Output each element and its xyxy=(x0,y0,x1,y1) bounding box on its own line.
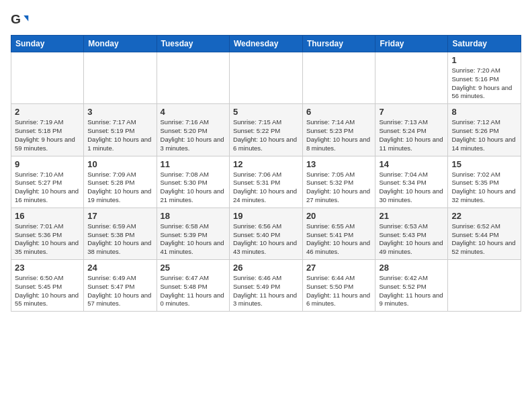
day-number: 4 xyxy=(161,107,226,117)
column-header-sunday: Sunday xyxy=(11,36,84,52)
calendar-cell: 13Sunrise: 7:05 AM Sunset: 5:32 PM Dayli… xyxy=(302,156,375,208)
week-row-2: 2Sunrise: 7:19 AM Sunset: 5:18 PM Daylig… xyxy=(11,104,521,156)
calendar-cell xyxy=(11,52,84,104)
day-number: 3 xyxy=(87,107,152,117)
day-number: 6 xyxy=(306,107,372,117)
day-number: 20 xyxy=(306,211,372,221)
day-number: 28 xyxy=(379,263,444,273)
day-info: Sunrise: 7:19 AM Sunset: 5:18 PM Dayligh… xyxy=(15,118,80,152)
day-number: 8 xyxy=(451,107,517,117)
day-info: Sunrise: 6:53 AM Sunset: 5:43 PM Dayligh… xyxy=(379,222,444,257)
day-info: Sunrise: 7:09 AM Sunset: 5:28 PM Dayligh… xyxy=(87,171,152,205)
column-header-saturday: Saturday xyxy=(448,36,521,52)
day-number: 2 xyxy=(15,107,80,117)
svg-marker-1 xyxy=(24,15,28,21)
calendar-cell: 1Sunrise: 7:20 AM Sunset: 5:16 PM Daylig… xyxy=(448,52,521,104)
day-number: 25 xyxy=(161,263,226,273)
calendar-cell: 26Sunrise: 6:46 AM Sunset: 5:49 PM Dayli… xyxy=(229,260,302,312)
calendar-cell: 18Sunrise: 6:58 AM Sunset: 5:39 PM Dayli… xyxy=(157,208,229,259)
calendar-cell: 16Sunrise: 7:01 AM Sunset: 5:36 PM Dayli… xyxy=(11,208,84,259)
day-info: Sunrise: 7:01 AM Sunset: 5:36 PM Dayligh… xyxy=(15,222,80,257)
week-row-1: 1Sunrise: 7:20 AM Sunset: 5:16 PM Daylig… xyxy=(11,52,521,104)
day-info: Sunrise: 6:56 AM Sunset: 5:40 PM Dayligh… xyxy=(233,222,299,257)
week-row-5: 23Sunrise: 6:50 AM Sunset: 5:45 PM Dayli… xyxy=(11,260,521,312)
day-number: 15 xyxy=(451,159,517,169)
calendar-cell: 15Sunrise: 7:02 AM Sunset: 5:35 PM Dayli… xyxy=(448,156,521,208)
logo: G xyxy=(11,11,31,30)
day-number: 9 xyxy=(15,159,80,169)
calendar-cell: 10Sunrise: 7:09 AM Sunset: 5:28 PM Dayli… xyxy=(84,156,157,208)
day-info: Sunrise: 7:02 AM Sunset: 5:35 PM Dayligh… xyxy=(451,171,517,205)
day-number: 16 xyxy=(15,211,80,221)
calendar-cell xyxy=(302,52,375,104)
calendar-cell: 14Sunrise: 7:04 AM Sunset: 5:34 PM Dayli… xyxy=(375,156,448,208)
day-number: 24 xyxy=(87,263,152,273)
day-info: Sunrise: 6:42 AM Sunset: 5:52 PM Dayligh… xyxy=(379,274,444,308)
day-info: Sunrise: 7:20 AM Sunset: 5:16 PM Dayligh… xyxy=(451,66,517,101)
day-number: 12 xyxy=(233,159,299,169)
calendar-cell xyxy=(375,52,448,104)
calendar-cell xyxy=(448,260,521,312)
day-info: Sunrise: 7:17 AM Sunset: 5:19 PM Dayligh… xyxy=(87,118,152,152)
header: G xyxy=(11,11,521,30)
day-number: 19 xyxy=(233,211,299,221)
day-info: Sunrise: 7:06 AM Sunset: 5:31 PM Dayligh… xyxy=(233,171,299,205)
day-info: Sunrise: 7:14 AM Sunset: 5:23 PM Dayligh… xyxy=(306,118,372,152)
column-header-friday: Friday xyxy=(375,36,448,52)
calendar-cell: 9Sunrise: 7:10 AM Sunset: 5:27 PM Daylig… xyxy=(11,156,84,208)
day-number: 7 xyxy=(379,107,444,117)
day-number: 17 xyxy=(87,211,152,221)
calendar-cell: 25Sunrise: 6:47 AM Sunset: 5:48 PM Dayli… xyxy=(157,260,229,312)
calendar-cell: 22Sunrise: 6:52 AM Sunset: 5:44 PM Dayli… xyxy=(448,208,521,259)
calendar-cell: 21Sunrise: 6:53 AM Sunset: 5:43 PM Dayli… xyxy=(375,208,448,259)
day-info: Sunrise: 6:58 AM Sunset: 5:39 PM Dayligh… xyxy=(161,222,226,257)
day-number: 23 xyxy=(15,263,80,273)
calendar-cell: 27Sunrise: 6:44 AM Sunset: 5:50 PM Dayli… xyxy=(302,260,375,312)
calendar-header-row: SundayMondayTuesdayWednesdayThursdayFrid… xyxy=(11,36,521,52)
day-number: 10 xyxy=(87,159,152,169)
calendar-cell: 28Sunrise: 6:42 AM Sunset: 5:52 PM Dayli… xyxy=(375,260,448,312)
column-header-wednesday: Wednesday xyxy=(229,36,302,52)
day-number: 14 xyxy=(379,159,444,169)
calendar-cell xyxy=(157,52,229,104)
calendar-cell: 12Sunrise: 7:06 AM Sunset: 5:31 PM Dayli… xyxy=(229,156,302,208)
day-number: 11 xyxy=(161,159,226,169)
column-header-thursday: Thursday xyxy=(302,36,375,52)
day-number: 1 xyxy=(451,55,517,65)
column-header-monday: Monday xyxy=(84,36,157,52)
calendar-cell: 2Sunrise: 7:19 AM Sunset: 5:18 PM Daylig… xyxy=(11,104,84,156)
calendar-cell: 5Sunrise: 7:15 AM Sunset: 5:22 PM Daylig… xyxy=(229,104,302,156)
day-info: Sunrise: 6:52 AM Sunset: 5:44 PM Dayligh… xyxy=(451,222,517,257)
day-info: Sunrise: 7:05 AM Sunset: 5:32 PM Dayligh… xyxy=(306,171,372,205)
day-info: Sunrise: 6:44 AM Sunset: 5:50 PM Dayligh… xyxy=(306,274,372,308)
day-number: 22 xyxy=(451,211,517,221)
calendar-cell: 8Sunrise: 7:12 AM Sunset: 5:26 PM Daylig… xyxy=(448,104,521,156)
calendar-cell: 19Sunrise: 6:56 AM Sunset: 5:40 PM Dayli… xyxy=(229,208,302,259)
day-info: Sunrise: 6:49 AM Sunset: 5:47 PM Dayligh… xyxy=(87,274,152,308)
day-info: Sunrise: 6:55 AM Sunset: 5:41 PM Dayligh… xyxy=(306,222,372,257)
svg-text:G: G xyxy=(11,12,21,26)
logo-icon: G xyxy=(11,11,30,30)
day-info: Sunrise: 6:47 AM Sunset: 5:48 PM Dayligh… xyxy=(161,274,226,308)
day-info: Sunrise: 7:15 AM Sunset: 5:22 PM Dayligh… xyxy=(233,118,299,152)
day-info: Sunrise: 7:08 AM Sunset: 5:30 PM Dayligh… xyxy=(161,171,226,205)
calendar-cell: 4Sunrise: 7:16 AM Sunset: 5:20 PM Daylig… xyxy=(157,104,229,156)
day-info: Sunrise: 7:04 AM Sunset: 5:34 PM Dayligh… xyxy=(379,171,444,205)
day-info: Sunrise: 7:13 AM Sunset: 5:24 PM Dayligh… xyxy=(379,118,444,152)
calendar-cell: 23Sunrise: 6:50 AM Sunset: 5:45 PM Dayli… xyxy=(11,260,84,312)
day-number: 27 xyxy=(306,263,372,273)
day-number: 26 xyxy=(233,263,299,273)
calendar-cell: 3Sunrise: 7:17 AM Sunset: 5:19 PM Daylig… xyxy=(84,104,157,156)
calendar-cell: 11Sunrise: 7:08 AM Sunset: 5:30 PM Dayli… xyxy=(157,156,229,208)
day-info: Sunrise: 6:50 AM Sunset: 5:45 PM Dayligh… xyxy=(15,274,80,308)
column-header-tuesday: Tuesday xyxy=(157,36,229,52)
day-info: Sunrise: 7:12 AM Sunset: 5:26 PM Dayligh… xyxy=(451,118,517,152)
calendar-cell: 17Sunrise: 6:59 AM Sunset: 5:38 PM Dayli… xyxy=(84,208,157,259)
calendar-cell: 20Sunrise: 6:55 AM Sunset: 5:41 PM Dayli… xyxy=(302,208,375,259)
calendar-cell xyxy=(84,52,157,104)
day-info: Sunrise: 7:16 AM Sunset: 5:20 PM Dayligh… xyxy=(161,118,226,152)
day-info: Sunrise: 6:46 AM Sunset: 5:49 PM Dayligh… xyxy=(233,274,299,308)
calendar-cell: 24Sunrise: 6:49 AM Sunset: 5:47 PM Dayli… xyxy=(84,260,157,312)
day-info: Sunrise: 7:10 AM Sunset: 5:27 PM Dayligh… xyxy=(15,171,80,205)
calendar-cell: 6Sunrise: 7:14 AM Sunset: 5:23 PM Daylig… xyxy=(302,104,375,156)
